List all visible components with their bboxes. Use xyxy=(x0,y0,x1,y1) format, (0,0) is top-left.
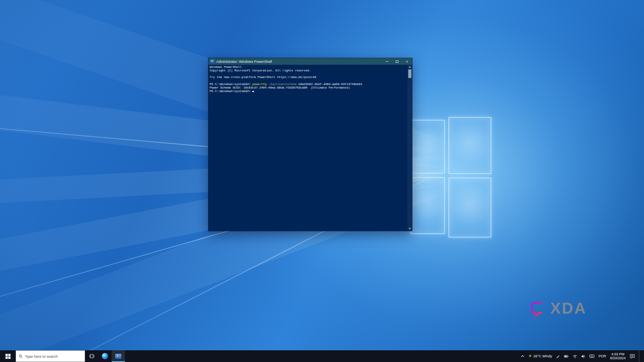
window-controls: × xyxy=(382,58,412,65)
show-desktop-button[interactable] xyxy=(639,350,641,362)
minimize-icon xyxy=(386,61,388,62)
close-button[interactable]: × xyxy=(402,58,412,65)
console[interactable]: Windows PowerShellCopyright (C) Microsof… xyxy=(208,65,412,231)
tray-network-button[interactable] xyxy=(573,354,577,358)
wallpaper-pane xyxy=(448,117,491,174)
battery-icon xyxy=(564,354,569,358)
hidden-icons-button[interactable] xyxy=(521,355,525,358)
console-cursor xyxy=(252,91,254,92)
volume-icon xyxy=(581,354,585,358)
wallpaper-pane xyxy=(411,120,445,174)
taskbar-app-powershell[interactable]: >_ xyxy=(112,350,125,362)
console-line: Try the new cross-platform PowerShell ht… xyxy=(210,76,406,79)
chevron-up-icon xyxy=(521,355,525,358)
scrollbar-thumb[interactable] xyxy=(408,69,411,78)
console-scrollbar[interactable] xyxy=(407,65,412,231)
pen-icon xyxy=(556,354,560,358)
taskbar-app-edge[interactable] xyxy=(98,350,112,362)
powershell-icon-glyph: >_ xyxy=(211,60,213,63)
wifi-icon xyxy=(573,354,577,358)
wallpaper-pane xyxy=(448,177,491,238)
powershell-app-icon-glyph: >_ xyxy=(117,355,120,358)
action-center-icon xyxy=(630,354,635,359)
task-view-button[interactable] xyxy=(85,350,98,362)
close-icon: × xyxy=(406,60,408,64)
language-indicator[interactable]: POR xyxy=(598,354,606,358)
maximize-icon xyxy=(396,60,398,63)
console-line: PS C:\Windows\system32> xyxy=(210,90,406,93)
wallpaper-pane xyxy=(411,177,445,234)
scroll-up-arrow-icon[interactable] xyxy=(409,66,411,68)
weather-text: 26°C Windy xyxy=(534,354,552,358)
tray-battery-button[interactable] xyxy=(564,354,569,358)
wallpaper-windows-logo xyxy=(411,117,491,238)
scroll-down-arrow-icon[interactable] xyxy=(409,228,411,230)
search-input[interactable] xyxy=(25,354,82,358)
start-button[interactable] xyxy=(0,350,16,362)
xda-watermark-text: XDA xyxy=(550,300,587,317)
weather-widget[interactable]: ☀ 26°C Windy xyxy=(528,354,552,358)
powershell-window: >_ Administrator: Windows PowerShell × W… xyxy=(208,58,413,231)
xda-logo-icon xyxy=(529,300,546,317)
window-titlebar[interactable]: >_ Administrator: Windows PowerShell × xyxy=(208,58,412,65)
taskbar: >_ ☀ 26°C Windy xyxy=(0,350,644,362)
window-title: Administrator: Windows PowerShell xyxy=(216,60,272,64)
tray-volume-button[interactable] xyxy=(581,354,585,358)
search-icon xyxy=(19,354,23,358)
edge-icon xyxy=(102,353,108,359)
system-tray: ☀ 26°C Windy xyxy=(521,350,644,362)
console-line: Copyright (C) Microsoft Corporation. All… xyxy=(210,69,406,73)
task-view-icon xyxy=(89,354,94,358)
clock-time: 4:03 PM xyxy=(610,352,626,356)
minimize-button[interactable] xyxy=(382,58,392,65)
maximize-button[interactable] xyxy=(392,58,402,65)
xda-watermark: XDA xyxy=(529,300,587,317)
search-box[interactable] xyxy=(16,350,85,362)
tray-keyboard-button[interactable] xyxy=(589,354,594,358)
windows-logo-icon xyxy=(5,354,11,359)
clock[interactable]: 4:03 PM 8/20/2024 xyxy=(610,352,626,360)
tray-pen-button[interactable] xyxy=(556,354,560,358)
weather-icon: ☀ xyxy=(528,354,532,358)
console-output: Windows PowerShellCopyright (C) Microsof… xyxy=(208,65,412,94)
keyboard-icon xyxy=(589,354,594,358)
powershell-icon: >_ xyxy=(210,60,214,63)
clock-date: 8/20/2024 xyxy=(610,356,626,360)
powershell-app-icon: >_ xyxy=(115,354,121,359)
action-center-button[interactable] xyxy=(630,354,635,359)
